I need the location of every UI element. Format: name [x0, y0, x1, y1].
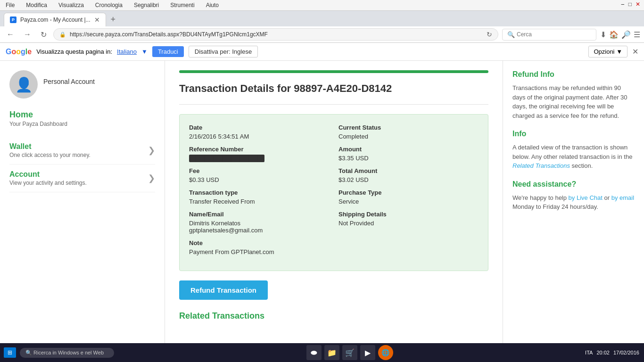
options-label: Opzioni [594, 48, 614, 55]
date-value: 2/16/2016 5:34:51 AM [189, 133, 329, 140]
tab-close-btn[interactable]: ✕ [94, 16, 100, 24]
amount-label: Amount [339, 146, 479, 153]
minimize-btn[interactable]: ‒ [621, 1, 625, 9]
home-nav: Home Your Payza Dashboard [9, 110, 155, 127]
account-title: Account [9, 170, 87, 179]
wallet-nav-text: Wallet One click access to your money. [9, 142, 91, 158]
extension-icon[interactable]: 🔎 [621, 30, 631, 39]
info-suffix: section. [572, 162, 593, 169]
taskbar-language: ITA [585, 350, 593, 355]
info-text: A detailed view of the transaction is sh… [512, 143, 635, 171]
toolbar-icons: ⬇ 🏠 🔎 ☰ [600, 30, 640, 39]
status-label: Current Status [339, 124, 479, 131]
url-refresh-icon[interactable]: ↻ [487, 31, 492, 38]
maximize-btn[interactable]: □ [628, 1, 632, 9]
taskbar-task-view[interactable]: ⬬ [306, 345, 322, 360]
tab-title: Payza.com - My Account |... [20, 16, 91, 23]
new-tab-button[interactable]: + [107, 13, 120, 26]
back-button[interactable]: ← [4, 29, 17, 40]
amount-value: $3.35 USD [339, 155, 479, 162]
refund-info-title: Refund Info [512, 70, 635, 79]
options-button[interactable]: Opzioni ▼ [588, 46, 627, 58]
url-bar[interactable]: 🔒 https://secure.payza.com/TransDetails.… [53, 28, 498, 41]
taskbar-firefox[interactable]: 🌐 [378, 345, 393, 360]
main-content: Transaction Details for 98897-A4E20-D814… [165, 61, 503, 343]
menu-segnalibri[interactable]: Segnalibri [132, 1, 161, 9]
name-email-field: Name/Email Dimitris Kornelatosgptplanets… [189, 211, 329, 234]
taskbar-file-explorer[interactable]: 📁 [324, 345, 339, 360]
menu-bar: File Modifica Visualizza Cronologia Segn… [0, 0, 644, 11]
page-title-prefix: Transaction Details for [179, 82, 294, 94]
by-email-link[interactable]: by email [611, 194, 634, 201]
live-chat-link[interactable]: by Live Chat [569, 194, 603, 201]
search-input[interactable] [517, 31, 578, 38]
search-bar[interactable]: 🔍 [502, 29, 596, 41]
menu-strumenti[interactable]: Strumenti [168, 1, 196, 9]
home-icon[interactable]: 🏠 [609, 30, 619, 39]
menu-cronologia[interactable]: Cronologia [93, 1, 124, 9]
right-sidebar: Refund Info Transactions may be refunded… [503, 61, 644, 343]
menu-visualizza[interactable]: Visualizza [57, 1, 86, 9]
related-transactions-link[interactable]: Related Transactions [512, 162, 570, 169]
close-btn[interactable]: ✕ [636, 1, 640, 9]
assistance-prefix: We're happy to help [512, 194, 569, 201]
home-link[interactable]: Home [9, 110, 155, 120]
search-icon: 🔍 [507, 31, 515, 38]
menu-file[interactable]: File [4, 1, 17, 9]
shipping-value: Not Provided [339, 220, 479, 227]
menu-aiuto[interactable]: Aiuto [204, 1, 221, 9]
translate-bar: G o o g l e Visualizza questa pagina in:… [0, 43, 644, 61]
forward-button[interactable]: → [21, 29, 34, 40]
taskbar-media[interactable]: ▶ [360, 345, 375, 360]
wallet-arrow-icon: ❯ [148, 145, 155, 156]
account-nav-text: Account View your activity and settings. [9, 170, 87, 186]
progress-bar [179, 70, 488, 73]
wallet-nav-item[interactable]: Wallet One click access to your money. ❯ [9, 137, 155, 165]
related-transactions-title: Related Transactions [179, 311, 488, 321]
note-label: Note [189, 239, 329, 247]
home-subtitle: Your Payza Dashboard [9, 121, 155, 127]
name-value: Dimitris Kornelatosgptplanetsales@gmail.… [189, 220, 329, 234]
language-selector[interactable]: Italiano [117, 48, 137, 55]
active-tab[interactable]: P Payza.com - My Account |... ✕ [4, 13, 106, 26]
dropdown-icon[interactable]: ▼ [141, 48, 148, 55]
fields-left: Date 2/16/2016 5:34:51 AM Reference Numb… [189, 124, 329, 261]
status-field: Current Status Completed [339, 124, 479, 140]
taskbar-app-icons: ⬬ 📁 🛒 ▶ 🌐 [303, 345, 397, 360]
date-label: Date [189, 124, 329, 131]
deactivate-button[interactable]: Disattiva per: Inglese [189, 46, 258, 58]
transaction-card: Date 2/16/2016 5:34:51 AM Reference Numb… [179, 114, 488, 271]
masked-reference: ████████████████ [189, 155, 264, 162]
note-field: Note Payment From GPTPlanet.com [189, 239, 329, 255]
amount-field: Amount $3.35 USD [339, 146, 479, 162]
taskbar-search-icon: 🔍 [25, 350, 32, 355]
reload-button[interactable]: ↻ [38, 29, 50, 40]
more-icon[interactable]: ☰ [634, 30, 640, 39]
google-logo: G o o g l e [6, 48, 32, 56]
account-nav-item[interactable]: Account View your activity and settings.… [9, 165, 155, 192]
transaction-id: 98897-A4E20-D8142 [294, 82, 392, 94]
address-bar: ← → ↻ 🔒 https://secure.payza.com/TransDe… [0, 26, 644, 43]
fee-label: Fee [189, 167, 329, 174]
purchase-type-field: Purchase Type Service [339, 189, 479, 205]
purchase-type-label: Purchase Type [339, 189, 479, 196]
menu-modifica[interactable]: Modifica [24, 1, 49, 9]
info-prefix: A detailed view of the transaction is sh… [512, 144, 632, 160]
translate-button[interactable]: Traduci [152, 46, 184, 57]
content-area: 👤 Personal Account Home Your Payza Dashb… [0, 61, 644, 343]
reference-field: Reference Number ████████████████ [189, 146, 329, 162]
taskbar-store[interactable]: 🛒 [342, 345, 357, 360]
start-button[interactable]: ⊞ [4, 347, 16, 358]
wallet-subtitle: One click access to your money. [9, 152, 91, 158]
fee-field: Fee $0.33 USD [189, 167, 329, 183]
taskbar-search-text: Ricerca in Windows e nel Web [33, 350, 104, 355]
assistance-text: We're happy to help by Live Chat or by e… [512, 193, 635, 212]
fields-right: Current Status Completed Amount $3.35 US… [339, 124, 479, 261]
account-arrow-icon: ❯ [148, 173, 155, 183]
translate-close-icon[interactable]: ✕ [632, 47, 638, 56]
taskbar-search[interactable]: 🔍 Ricerca in Windows e nel Web [20, 348, 114, 358]
taskbar-time: 20:02 [596, 350, 610, 355]
taskbar-left: ⊞ 🔍 Ricerca in Windows e nel Web [0, 347, 114, 358]
download-icon[interactable]: ⬇ [600, 30, 606, 39]
refund-transaction-button[interactable]: Refund Transaction [179, 280, 268, 300]
